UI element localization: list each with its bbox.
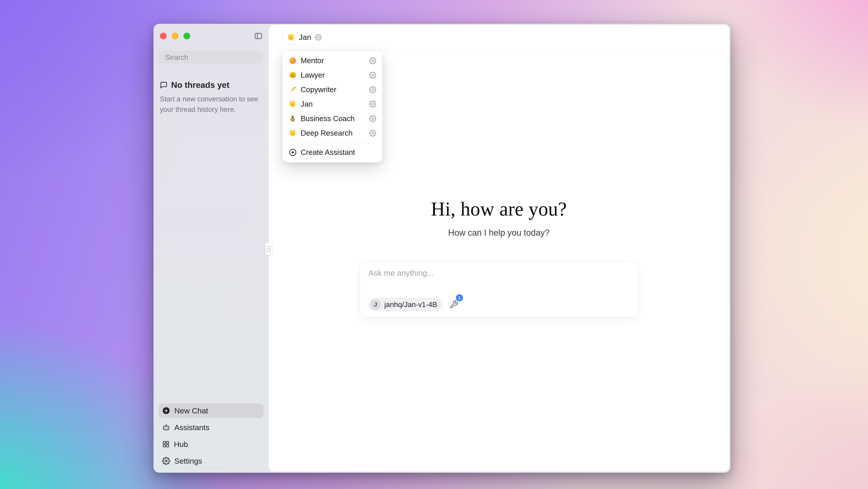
- menu-divider: [287, 143, 378, 143]
- minimize-window-button[interactable]: [172, 33, 178, 39]
- assistant-menu-item-lawyer[interactable]: Lawyer: [285, 68, 379, 83]
- assistant-menu-item-deep-research[interactable]: Deep Research: [285, 126, 379, 140]
- composer: J janhq/Jan-v1-4B 1: [360, 262, 638, 317]
- wave-hand-icon: [288, 100, 297, 109]
- main-panel: Jan Mentor Lawyer Copywriter: [269, 25, 729, 471]
- threads-empty-title: No threads yet: [171, 80, 229, 90]
- message-input[interactable]: [369, 269, 629, 278]
- sidebar: No threads yet Start a new conversation …: [154, 24, 269, 473]
- welcome-section: Hi, how are you? How can I help you toda…: [269, 197, 729, 238]
- pencil-icon: [288, 85, 297, 94]
- threads-empty-subtitle: Start a new conversation to see your thr…: [160, 94, 259, 115]
- model-avatar: J: [370, 299, 381, 310]
- app-window: No threads yet Start a new conversation …: [154, 24, 730, 473]
- assistant-menu-item-label: Mentor: [301, 56, 324, 65]
- assistant-settings-icon[interactable]: [369, 100, 376, 108]
- assistant-menu-item-business-coach[interactable]: Business Coach: [285, 112, 379, 126]
- search-input[interactable]: [165, 53, 260, 62]
- assistant-menu-item-label: Jan: [301, 100, 313, 109]
- tools-count-badge: 1: [456, 294, 463, 301]
- assistant-settings-icon[interactable]: [369, 71, 376, 79]
- plus-circle-icon: [162, 406, 170, 415]
- assistant-menu-item-mentor[interactable]: Mentor: [285, 54, 379, 68]
- sidebar-item-label: Assistants: [174, 423, 209, 432]
- assistant-menu-item-label: Lawyer: [301, 71, 324, 80]
- create-assistant-label: Create Assistant: [301, 148, 355, 157]
- bot-icon: [162, 423, 170, 431]
- sidebar-item-label: Settings: [174, 457, 202, 465]
- assistant-gear-icon[interactable]: [315, 34, 322, 41]
- assistant-menu-item-label: Deep Research: [301, 129, 352, 137]
- close-window-button[interactable]: [160, 33, 167, 39]
- assistant-menu-item-label: Business Coach: [301, 114, 354, 123]
- wave-hand-icon: [287, 33, 295, 41]
- model-selector-button[interactable]: J janhq/Jan-v1-4B: [369, 298, 443, 311]
- composer-toolbar: J janhq/Jan-v1-4B 1: [369, 298, 629, 311]
- sidebar-item-label: Hub: [174, 440, 188, 449]
- money-bag-icon: [288, 114, 297, 123]
- titlebar: [158, 31, 264, 40]
- create-assistant-button[interactable]: Create Assistant: [285, 145, 379, 160]
- assistant-settings-icon[interactable]: [369, 57, 376, 64]
- assistant-menu: Mentor Lawyer Copywriter Jan Business Co: [282, 51, 382, 162]
- assistant-menu-item-copywriter[interactable]: Copywriter: [285, 83, 379, 97]
- panel-resize-handle[interactable]: [265, 242, 272, 255]
- assistant-settings-icon[interactable]: [369, 86, 376, 93]
- search-field[interactable]: [158, 51, 264, 64]
- orange-circle-icon: [288, 56, 297, 65]
- assistant-selector-button[interactable]: Jan: [282, 30, 327, 44]
- sidebar-item-settings[interactable]: Settings: [158, 454, 264, 468]
- wrench-icon: [450, 300, 459, 309]
- assistant-settings-icon[interactable]: [369, 129, 376, 137]
- sidebar-item-hub[interactable]: Hub: [158, 437, 264, 451]
- model-name: janhq/Jan-v1-4B: [384, 300, 437, 309]
- main-header: Jan: [269, 25, 729, 50]
- threads-empty-state: No threads yet Start a new conversation …: [158, 80, 264, 115]
- sidebar-panel-icon: [254, 32, 262, 40]
- sidebar-item-new-chat[interactable]: New Chat: [158, 403, 264, 418]
- greeting-subtitle: How can I help you today?: [448, 228, 550, 238]
- assistant-settings-icon[interactable]: [369, 115, 376, 122]
- assistant-menu-item-jan[interactable]: Jan: [285, 97, 379, 112]
- window-controls: [158, 33, 190, 39]
- gear-icon: [162, 457, 170, 465]
- zoom-window-button[interactable]: [183, 33, 190, 39]
- sidebar-item-label: New Chat: [174, 406, 208, 415]
- wave-hand-icon: [288, 129, 297, 137]
- tools-button[interactable]: 1: [450, 299, 460, 310]
- threads-icon: [160, 81, 167, 89]
- sidebar-item-assistants[interactable]: Assistants: [158, 420, 264, 435]
- assistant-menu-item-label: Copywriter: [301, 85, 336, 94]
- sidebar-toggle-button[interactable]: [253, 32, 264, 40]
- grid-icon: [162, 440, 170, 448]
- zipper-face-icon: [288, 71, 297, 80]
- plus-circle-icon: [288, 148, 297, 157]
- greeting-title: Hi, how are you?: [431, 197, 567, 220]
- current-assistant-name: Jan: [299, 33, 311, 42]
- sidebar-nav: New Chat Assistants Hub Settings: [158, 403, 264, 468]
